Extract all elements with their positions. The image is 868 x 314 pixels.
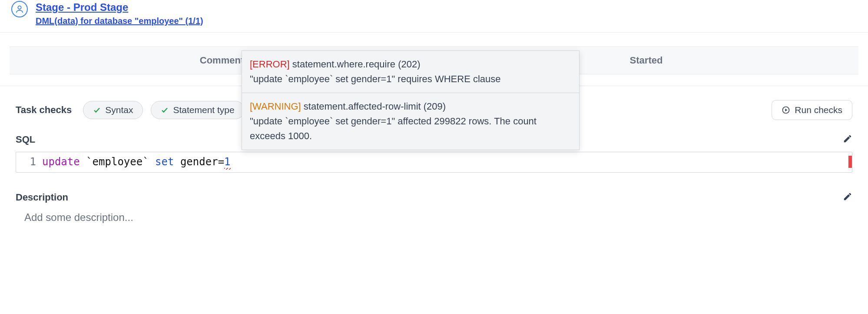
lint-message-title: [ERROR] statement.where.require (202) bbox=[250, 57, 571, 72]
sql-token-set: set bbox=[155, 156, 174, 168]
sql-token-col: gender bbox=[180, 156, 218, 168]
sql-label: SQL bbox=[16, 134, 35, 145]
lint-message-title-rest: statement.affected-row-limit (209) bbox=[301, 101, 446, 112]
pencil-icon bbox=[843, 192, 852, 201]
sql-token-table: `employee` bbox=[86, 156, 149, 168]
lint-popover: [ERROR] statement.where.require (202) "u… bbox=[242, 50, 580, 150]
run-checks-label: Run checks bbox=[795, 105, 842, 115]
check-pill-label: Syntax bbox=[105, 105, 133, 115]
edit-sql-button[interactable] bbox=[843, 134, 852, 146]
lint-error-tag: [ERROR] bbox=[250, 59, 290, 70]
sql-editor[interactable]: 1 update `employee` set gender=1 bbox=[16, 152, 852, 173]
pencil-icon bbox=[843, 134, 852, 144]
check-icon bbox=[93, 106, 101, 114]
description-label: Description bbox=[16, 192, 68, 203]
lint-message-body: "update `employee` set gender=1" affecte… bbox=[250, 114, 571, 144]
lint-message-warning: [WARNING] statement.affected-row-limit (… bbox=[242, 93, 579, 150]
sql-token-eq: = bbox=[218, 156, 224, 168]
lint-warning-tag: [WARNING] bbox=[250, 101, 301, 112]
avatar bbox=[11, 1, 28, 17]
stage-link[interactable]: Stage - Prod Stage bbox=[36, 0, 203, 15]
sql-token-val: 1 bbox=[224, 156, 230, 168]
page-header: Stage - Prod Stage DML(data) for databas… bbox=[0, 0, 868, 33]
play-circle-icon bbox=[782, 106, 790, 114]
check-pill-label: Statement type bbox=[173, 105, 234, 115]
svg-marker-2 bbox=[785, 108, 788, 111]
run-checks-button[interactable]: Run checks bbox=[772, 100, 852, 120]
task-checks-label: Task checks bbox=[16, 104, 72, 116]
task-link[interactable]: DML(data) for database "employee" (1/1) bbox=[36, 15, 203, 27]
check-pill-statement-type[interactable]: Statement type bbox=[151, 101, 244, 119]
check-icon bbox=[161, 106, 169, 114]
description-input[interactable]: Add some description... bbox=[24, 211, 852, 224]
sql-code-line[interactable]: update `employee` set gender=1 bbox=[42, 152, 231, 171]
lint-message-body: "update `employee` set gender=1" require… bbox=[250, 72, 571, 87]
lint-message-title-rest: statement.where.require (202) bbox=[290, 59, 421, 70]
lint-message-title: [WARNING] statement.affected-row-limit (… bbox=[250, 99, 571, 114]
user-icon bbox=[15, 4, 24, 14]
lint-message-error: [ERROR] statement.where.require (202) "u… bbox=[242, 51, 579, 93]
description-section-head: Description bbox=[0, 192, 868, 204]
error-marker[interactable] bbox=[848, 156, 852, 168]
check-pill-syntax[interactable]: Syntax bbox=[83, 101, 143, 119]
sql-token-update: update bbox=[42, 156, 80, 168]
header-links: Stage - Prod Stage DML(data) for databas… bbox=[36, 0, 203, 27]
svg-point-0 bbox=[18, 6, 21, 9]
sql-gutter: 1 bbox=[16, 152, 42, 171]
edit-description-button[interactable] bbox=[843, 192, 852, 204]
